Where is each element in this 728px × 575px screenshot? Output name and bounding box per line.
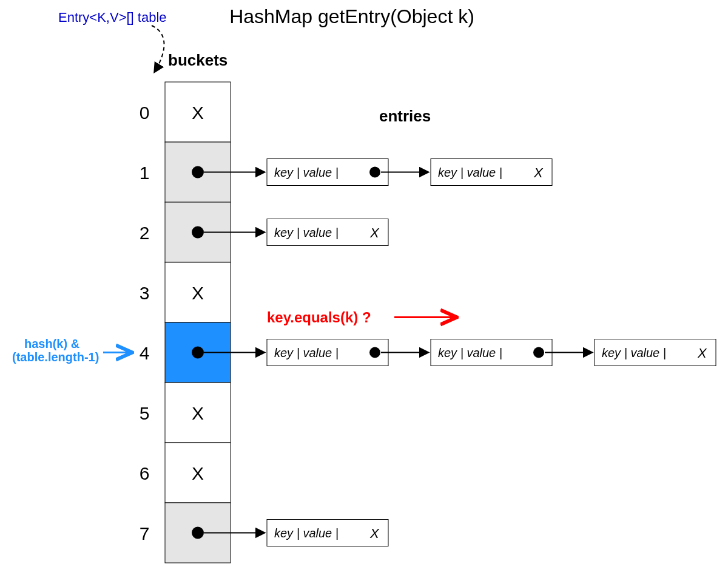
bucket-pointer-dot bbox=[192, 527, 204, 539]
bucket-index: 6 bbox=[140, 463, 150, 483]
entry-null-icon: X bbox=[533, 165, 544, 180]
table-type-label: Entry<K,V>[] table bbox=[58, 10, 167, 25]
entry-label: key | value | bbox=[274, 526, 339, 540]
bucket-pointer-dot bbox=[192, 166, 204, 179]
bucket-index: 7 bbox=[140, 523, 150, 543]
bucket-index: 2 bbox=[140, 223, 150, 243]
bucket-null-icon: X bbox=[192, 463, 204, 483]
bucket-null-icon: X bbox=[192, 403, 204, 423]
entry-next-dot bbox=[369, 347, 380, 358]
entries-heading: entries bbox=[379, 107, 431, 125]
entry-null-icon: X bbox=[697, 345, 707, 361]
entry-label: key | value | bbox=[438, 346, 502, 359]
entry-label: key | value | bbox=[602, 346, 666, 359]
hash-annotation-line2: (table.length-1) bbox=[12, 350, 99, 364]
hash-annotation-line1: hash(k) & bbox=[24, 337, 79, 350]
entry-null-icon: X bbox=[369, 225, 380, 240]
entry-label: key | value | bbox=[438, 166, 502, 179]
bucket-pointer-dot bbox=[192, 347, 204, 359]
hashmap-diagram: HashMap getEntry(Object k)Entry<K,V>[] t… bbox=[0, 0, 728, 575]
diagram-title: HashMap getEntry(Object k) bbox=[229, 5, 474, 27]
bucket-null-icon: X bbox=[192, 103, 204, 123]
bucket-index: 5 bbox=[140, 403, 150, 423]
entry-label: key | value | bbox=[274, 166, 339, 179]
equals-annotation: key.equals(k) ? bbox=[267, 309, 371, 325]
bucket-index: 0 bbox=[140, 103, 150, 123]
entry-null-icon: X bbox=[369, 526, 380, 541]
entry-next-dot bbox=[533, 347, 544, 358]
buckets-heading: buckets bbox=[168, 51, 228, 69]
bucket-pointer-dot bbox=[192, 226, 204, 239]
bucket-index: 1 bbox=[140, 163, 150, 183]
entry-label: key | value | bbox=[274, 346, 339, 359]
bucket-index: 4 bbox=[140, 343, 150, 363]
bucket-null-icon: X bbox=[192, 283, 204, 303]
entry-next-dot bbox=[369, 167, 380, 178]
bucket-index: 3 bbox=[140, 283, 150, 303]
table-pointer-arrow bbox=[152, 26, 164, 72]
entry-label: key | value | bbox=[274, 226, 339, 239]
